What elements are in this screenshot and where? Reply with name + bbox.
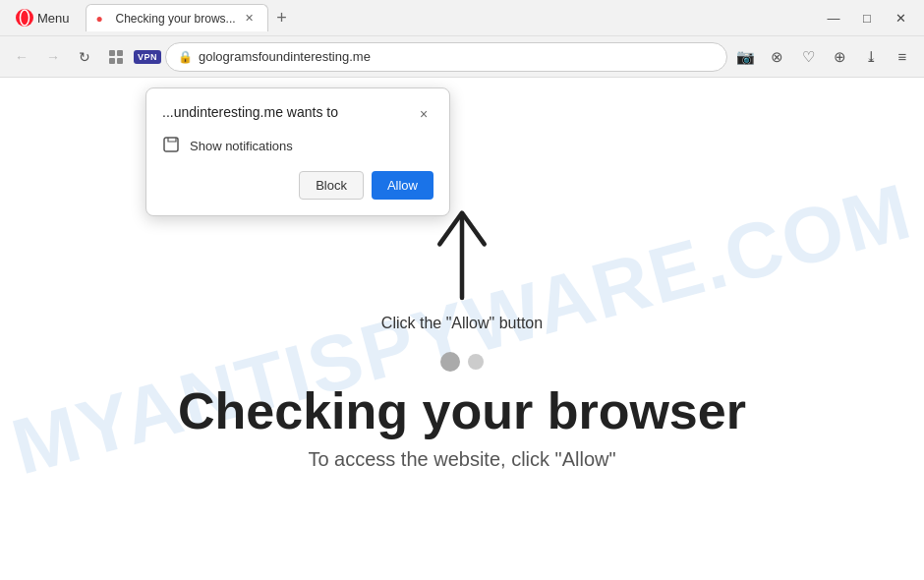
svg-rect-5 xyxy=(117,58,123,64)
page-content: MYANTISPYWARE.COM ...undinteresting.me w… xyxy=(0,78,924,580)
svg-rect-4 xyxy=(109,58,115,64)
menu-label: Menu xyxy=(37,11,70,26)
popup-header: ...undinteresting.me wants to × xyxy=(162,104,433,124)
browser-chrome: Menu ● Checking your brows... ✕ + — □ ✕ … xyxy=(0,0,924,78)
tab-title: Checking your brows... xyxy=(116,12,236,26)
svg-rect-2 xyxy=(109,50,115,56)
download-button[interactable]: ⤓ xyxy=(857,43,885,71)
window-controls-right: — □ ✕ xyxy=(818,4,916,31)
forward-button[interactable]: → xyxy=(39,43,67,71)
sub-heading: To access the website, click "Allow" xyxy=(308,448,615,471)
title-bar: Menu ● Checking your brows... ✕ + — □ ✕ xyxy=(0,0,924,35)
new-tab-button[interactable]: + xyxy=(268,4,296,31)
allow-button[interactable]: Allow xyxy=(372,171,433,200)
svg-rect-3 xyxy=(117,50,123,56)
speed-dial-icon xyxy=(108,49,124,65)
arrow-up-icon xyxy=(423,208,501,307)
svg-point-0 xyxy=(16,9,33,27)
popup-notification-row: Show notifications xyxy=(162,136,433,155)
shield-button[interactable]: ⊗ xyxy=(763,43,790,71)
spinner-dot-small xyxy=(468,354,484,370)
spinner-container xyxy=(440,352,484,372)
opera-logo-icon xyxy=(16,9,33,27)
popup-actions: Block Allow xyxy=(162,171,433,200)
toolbar: ← → ↻ VPN 🔒 📷 ⊗ ♡ ⊕ ⤓ ≡ xyxy=(0,35,924,77)
arrow-container: Click the "Allow" button xyxy=(381,208,543,332)
toolbar-icons: 📷 ⊗ ♡ ⊕ ⤓ ≡ xyxy=(731,43,916,71)
click-instruction: Click the "Allow" button xyxy=(381,315,543,332)
camera-button[interactable]: 📷 xyxy=(731,43,759,71)
extensions-menu-button[interactable]: ≡ xyxy=(889,43,916,71)
menu-button[interactable]: Menu xyxy=(8,5,78,30)
main-heading: Checking your browser xyxy=(178,381,746,440)
tab-close-button[interactable]: ✕ xyxy=(242,11,258,27)
bell-icon xyxy=(162,136,182,155)
maximize-button[interactable]: □ xyxy=(851,4,883,31)
spinner-dot-large xyxy=(440,352,460,372)
notification-text: Show notifications xyxy=(190,139,293,153)
minimize-button[interactable]: — xyxy=(818,4,849,31)
heart-button[interactable]: ♡ xyxy=(794,43,822,71)
address-bar-container[interactable]: 🔒 xyxy=(165,42,727,72)
notification-permission-icon xyxy=(162,136,182,155)
tab-favicon-icon: ● xyxy=(96,12,110,26)
popup-close-button[interactable]: × xyxy=(414,104,433,124)
close-button[interactable]: ✕ xyxy=(885,4,916,31)
vpn-badge: VPN xyxy=(134,50,161,64)
reload-button[interactable]: ↻ xyxy=(71,43,98,71)
speed-dial-button[interactable] xyxy=(102,43,130,71)
block-button[interactable]: Block xyxy=(299,171,364,200)
address-bar[interactable] xyxy=(199,49,715,64)
active-tab[interactable]: ● Checking your brows... ✕ xyxy=(86,4,268,31)
tab-bar: ● Checking your brows... ✕ + xyxy=(86,4,818,31)
popup-title: ...undinteresting.me wants to xyxy=(162,104,338,120)
lock-icon: 🔒 xyxy=(178,50,193,64)
back-button[interactable]: ← xyxy=(8,43,35,71)
bag-button[interactable]: ⊕ xyxy=(826,43,853,71)
notification-popup: ...undinteresting.me wants to × Show not… xyxy=(145,87,450,216)
window-controls-left: Menu xyxy=(8,5,78,30)
